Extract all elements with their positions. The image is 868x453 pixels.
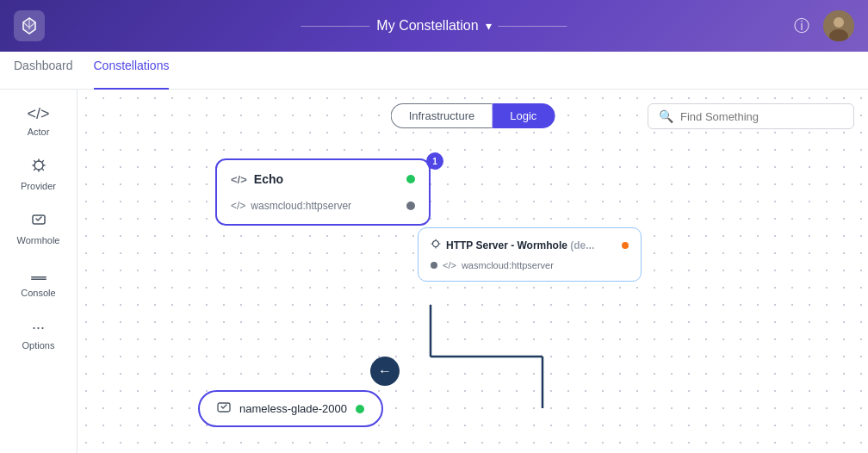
header: My Constellation ▾ ⓘ (0, 0, 868, 52)
console-label: Console (21, 288, 55, 298)
http-provider-icon (431, 239, 441, 251)
header-right: ⓘ (794, 10, 854, 41)
logo[interactable] (14, 10, 45, 41)
nav-tabs: Dashboard Constellations (0, 52, 868, 90)
echo-badge: 1 (426, 152, 443, 170)
title-line-left (301, 26, 369, 27)
nameless-status-dot (356, 405, 364, 413)
provider-icon (31, 158, 46, 177)
nameless-label: nameless-glade-2000 (239, 402, 347, 415)
infrastructure-tab[interactable]: Infrastructure (391, 103, 493, 128)
arrow-left-icon: ← (378, 363, 392, 379)
http-card-header: HTTP Server - Wormhole (de... (431, 239, 629, 251)
wormhole-label: Wormhole (17, 235, 60, 245)
sidebar-item-provider[interactable]: Provider (4, 149, 73, 200)
title-line-right (499, 26, 567, 27)
svg-point-10 (433, 241, 439, 247)
arrow-button[interactable]: ← (370, 357, 400, 386)
nameless-card[interactable]: nameless-glade-2000 (198, 390, 383, 427)
sidebar-item-wormhole[interactable]: Wormhole (4, 203, 73, 254)
actor-icon: </> (27, 105, 49, 123)
header-title-container: My Constellation ▾ (301, 18, 567, 34)
echo-card-header: </> Echo (231, 172, 415, 186)
options-label: Options (22, 340, 55, 351)
nameless-wormhole-icon (217, 400, 231, 417)
http-sub-text: wasmcloud:httpserver (462, 260, 554, 270)
tab-constellations[interactable]: Constellations (94, 52, 170, 90)
echo-code-icon: </> (231, 200, 245, 212)
sidebar-item-actor[interactable]: </> Actor (4, 96, 73, 146)
svg-rect-5 (31, 276, 46, 278)
console-icon (31, 266, 46, 284)
canvas-area: 🔍 Infrastructure Logic </> Echo </> wasm… (78, 90, 868, 453)
echo-sub-status-dot (406, 202, 415, 210)
http-status-dot (622, 242, 629, 249)
wormhole-sidebar-icon (31, 212, 46, 232)
echo-card-row: </> wasmcloud:httpserver (231, 200, 415, 212)
sidebar-item-options[interactable]: ··· Options (4, 310, 73, 359)
echo-sub-text: wasmcloud:httpserver (251, 200, 351, 212)
echo-card-sub: </> wasmcloud:httpserver (231, 200, 351, 212)
sidebar: </> Actor Provider Wormhole (0, 90, 78, 453)
http-card-title: HTTP Server - Wormhole (de... (431, 239, 594, 251)
tab-dashboard[interactable]: Dashboard (14, 52, 73, 90)
http-card[interactable]: HTTP Server - Wormhole (de... </> wasmcl… (418, 227, 642, 282)
echo-status-dot (406, 175, 415, 183)
svg-point-3 (34, 161, 43, 170)
search-icon: 🔍 (659, 109, 673, 123)
code-icon-small: </> (443, 260, 456, 270)
code-brackets-icon: </> (231, 173, 247, 186)
info-icon[interactable]: ⓘ (794, 16, 809, 36)
avatar[interactable] (823, 10, 854, 41)
main-layout: </> Actor Provider Wormhole (0, 90, 868, 453)
logic-tab[interactable]: Logic (492, 103, 555, 128)
search-input[interactable] (680, 110, 843, 123)
echo-card[interactable]: </> Echo </> wasmcloud:httpserver (215, 158, 431, 226)
svg-rect-6 (31, 279, 46, 281)
http-title-suffix: (de... (570, 239, 594, 251)
svg-point-1 (834, 17, 844, 28)
dropdown-icon[interactable]: ▾ (486, 19, 492, 33)
http-title-text: HTTP Server - Wormhole (de... (446, 239, 594, 251)
tab-pills: Infrastructure Logic (391, 103, 555, 128)
sidebar-item-console[interactable]: Console (4, 258, 73, 307)
actor-label: Actor (28, 127, 50, 137)
http-card-row: </> wasmcloud:httpserver (431, 260, 629, 270)
options-icon: ··· (32, 319, 45, 337)
search-bar[interactable]: 🔍 (648, 103, 854, 129)
echo-card-title: </> Echo (231, 172, 283, 186)
echo-title-text: Echo (254, 172, 283, 186)
header-title: My Constellation (376, 18, 478, 34)
provider-label: Provider (21, 181, 56, 191)
http-sub-status-dot (431, 262, 437, 269)
